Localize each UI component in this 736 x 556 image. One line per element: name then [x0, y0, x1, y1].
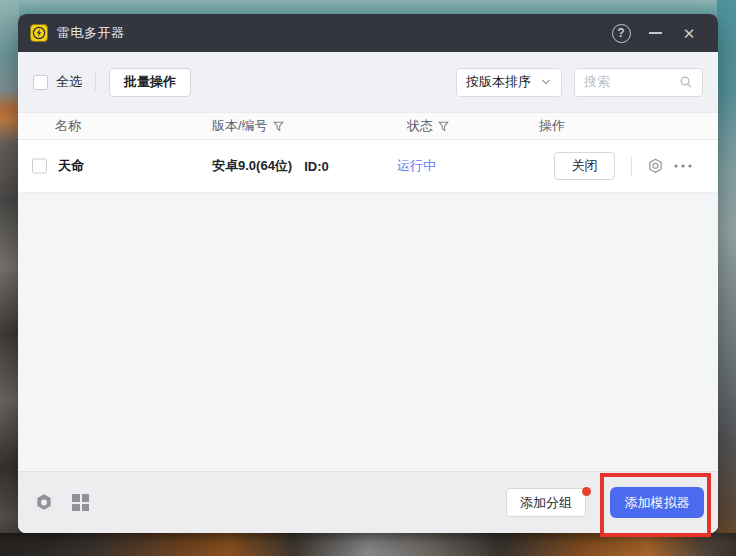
app-logo-lightning-icon — [30, 24, 48, 42]
android-version: 安卓9.0(64位) — [212, 157, 292, 175]
filter-icon[interactable] — [438, 121, 449, 132]
grid-view-button[interactable] — [70, 493, 90, 513]
close-button[interactable]: ✕ — [672, 14, 706, 52]
toolbar-divider — [95, 73, 96, 91]
wallpaper-left-rocks — [0, 0, 19, 556]
header-name: 名称 — [55, 113, 81, 139]
emulator-version: 安卓9.0(64位) ID:0 — [212, 157, 329, 175]
close-icon: ✕ — [683, 26, 696, 41]
header-action: 操作 — [539, 113, 565, 139]
help-button[interactable]: ? — [604, 14, 638, 52]
desktop-wallpaper: 雷电多开器 ? ✕ 全选 批量操作 按版本排序 — [0, 0, 736, 556]
header-status[interactable]: 状态 — [407, 113, 449, 139]
chevron-down-icon — [540, 76, 552, 88]
annotation-rectangle — [600, 473, 711, 537]
row-actions-divider — [631, 156, 632, 176]
gear-filled-icon — [34, 492, 54, 513]
global-settings-button[interactable] — [34, 493, 54, 513]
batch-operations-button[interactable]: 批量操作 — [109, 68, 191, 97]
table-header-row: 名称 版本/编号 状态 操作 — [18, 112, 718, 140]
gear-icon — [646, 157, 665, 176]
sort-dropdown-value: 按版本排序 — [466, 73, 531, 91]
row-checkbox[interactable] — [32, 159, 47, 174]
ldplayer-multi-instance-window: 雷电多开器 ? ✕ 全选 批量操作 按版本排序 — [18, 14, 718, 533]
search-placeholder: 搜索 — [584, 73, 679, 91]
emulator-settings-button[interactable] — [644, 155, 666, 177]
filter-icon[interactable] — [273, 121, 284, 132]
help-icon: ? — [612, 24, 631, 43]
search-input[interactable]: 搜索 — [574, 68, 703, 97]
notification-dot — [582, 487, 591, 496]
emulator-list-empty-area — [18, 193, 718, 471]
wallpaper-right-sky — [717, 0, 736, 556]
header-status-label: 状态 — [407, 117, 433, 135]
status-badge: 运行中 — [397, 157, 436, 175]
minimize-button[interactable] — [638, 14, 672, 52]
sort-dropdown[interactable]: 按版本排序 — [456, 68, 562, 97]
select-all-label[interactable]: 全选 — [56, 73, 82, 91]
select-all-checkbox[interactable] — [33, 75, 48, 90]
grid-icon — [71, 493, 90, 512]
more-options-icon — [672, 163, 694, 169]
header-version-label: 版本/编号 — [212, 117, 268, 135]
emulator-id: ID:0 — [304, 159, 329, 174]
add-group-button[interactable]: 添加分组 — [506, 488, 586, 517]
search-icon — [679, 75, 693, 89]
toolbar: 全选 批量操作 按版本排序 搜索 — [18, 52, 718, 112]
header-version[interactable]: 版本/编号 — [212, 113, 284, 139]
minimize-icon — [649, 32, 662, 34]
emulator-row[interactable]: 天命 安卓9.0(64位) ID:0 运行中 关闭 — [18, 140, 718, 193]
more-options-button[interactable] — [672, 155, 694, 177]
emulator-name: 天命 — [58, 157, 84, 175]
window-title: 雷电多开器 — [57, 24, 125, 42]
close-emulator-button[interactable]: 关闭 — [554, 152, 615, 180]
titlebar[interactable]: 雷电多开器 ? ✕ — [18, 14, 718, 52]
